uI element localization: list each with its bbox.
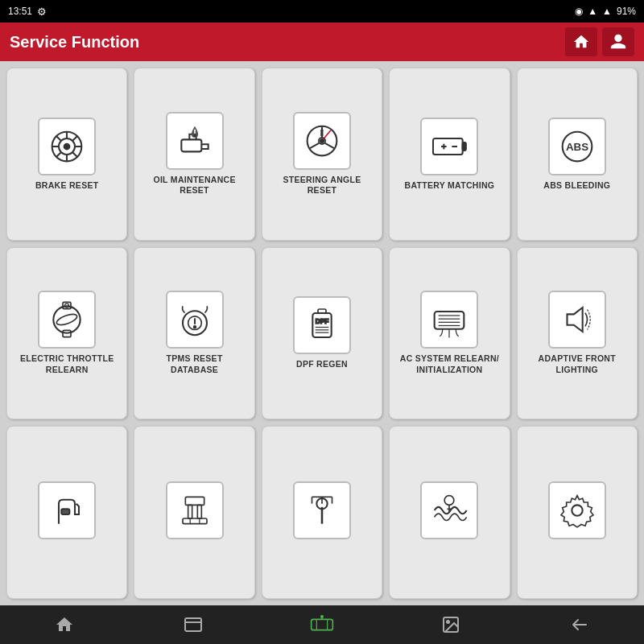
nav-home-icon bbox=[55, 615, 74, 634]
battery-display: 91% bbox=[617, 6, 636, 17]
home-icon bbox=[572, 33, 590, 51]
svg-line-8 bbox=[73, 152, 78, 157]
svg-point-66 bbox=[572, 505, 582, 515]
fuel-icon-box bbox=[38, 481, 96, 539]
gearbox-card[interactable] bbox=[262, 426, 382, 599]
steering-angle-card[interactable]: ! STEERING ANGLE RESET bbox=[262, 68, 382, 241]
gear-settings-icon-box bbox=[548, 481, 606, 539]
steering-angle-icon-box: ! bbox=[293, 112, 351, 170]
abs-icon: ABS bbox=[557, 126, 597, 167]
gearbox-icon bbox=[302, 490, 342, 530]
tpms-reset-card[interactable]: TPMS RESET DATABASE bbox=[134, 247, 254, 420]
abs-bleeding-card[interactable]: ABS ABS BLEEDING bbox=[517, 68, 638, 241]
dpf-icon-box: DPF bbox=[293, 296, 351, 354]
status-right: ◉ ▲ ▲ 91% bbox=[575, 6, 636, 17]
location-icon: ◉ bbox=[575, 6, 583, 17]
brake-reset-card[interactable]: BRAKE RESET bbox=[6, 68, 127, 241]
bottom-nav bbox=[0, 605, 644, 644]
svg-rect-53 bbox=[197, 505, 201, 518]
brake-reset-icon-box bbox=[38, 118, 96, 175]
settings-icon: ⚙ bbox=[37, 6, 47, 18]
wifi-icon: ▲ bbox=[588, 6, 597, 17]
status-left: 13:51 ⚙ bbox=[8, 6, 47, 18]
svg-line-18 bbox=[325, 143, 334, 148]
svg-rect-52 bbox=[188, 505, 192, 518]
svg-point-75 bbox=[447, 621, 449, 623]
svg-rect-67 bbox=[185, 618, 201, 631]
svg-point-73 bbox=[321, 616, 324, 618]
battery-matching-icon-box bbox=[420, 118, 478, 175]
electric-throttle-icon-box bbox=[38, 291, 96, 349]
svg-line-7 bbox=[56, 135, 61, 140]
nav-home-button[interactable] bbox=[45, 609, 84, 641]
suspension-card[interactable] bbox=[389, 426, 510, 599]
nav-image-button[interactable] bbox=[431, 609, 470, 641]
electric-throttle-label: ELECTRIC THROTTLE RELEARN bbox=[14, 353, 120, 375]
electric-throttle-card[interactable]: ELECTRIC THROTTLE RELEARN bbox=[6, 247, 127, 420]
oil-icon bbox=[175, 121, 215, 161]
svg-rect-51 bbox=[185, 497, 204, 505]
svg-line-17 bbox=[310, 143, 319, 148]
dpf-regen-label: DPF REGEN bbox=[296, 359, 348, 370]
svg-rect-50 bbox=[62, 509, 70, 514]
svg-text:DPF: DPF bbox=[316, 318, 329, 326]
suspension-icon bbox=[429, 490, 469, 530]
ac-system-card[interactable]: AC SYSTEM RELEARN/ INITIALIZATION bbox=[389, 247, 510, 420]
user-icon bbox=[609, 33, 627, 51]
svg-point-13 bbox=[194, 134, 196, 136]
abs-bleeding-label: ABS BLEEDING bbox=[543, 180, 610, 192]
battery-icon bbox=[429, 126, 469, 167]
nav-window-button[interactable] bbox=[174, 609, 213, 641]
svg-rect-44 bbox=[435, 312, 464, 329]
user-button[interactable] bbox=[602, 27, 634, 56]
battery-matching-label: BATTERY MATCHING bbox=[405, 180, 495, 192]
fuel-icon bbox=[47, 490, 87, 530]
oil-maintenance-card[interactable]: OIL MAINTENANCE RESET bbox=[134, 68, 254, 241]
oil-maintenance-icon-box bbox=[166, 112, 224, 170]
tpms-icon-box bbox=[166, 291, 224, 349]
dpf-icon: DPF bbox=[302, 305, 342, 345]
svg-text:!: ! bbox=[321, 129, 324, 137]
svg-text:ABS: ABS bbox=[566, 141, 588, 153]
adaptive-lighting-label: ADAPTIVE FRONT LIGHTING bbox=[524, 353, 630, 375]
dpf-regen-card[interactable]: DPF DPF REGEN bbox=[262, 247, 382, 420]
tpms-reset-label: TPMS RESET DATABASE bbox=[141, 353, 247, 375]
svg-point-30 bbox=[56, 312, 78, 328]
fuel-card[interactable] bbox=[6, 426, 127, 599]
page-title: Service Function bbox=[10, 33, 139, 52]
svg-rect-22 bbox=[433, 138, 463, 155]
signal-icon: ▲ bbox=[602, 6, 612, 17]
steering-icon: ! bbox=[302, 121, 342, 161]
nav-back-icon bbox=[570, 615, 589, 634]
nav-image-icon bbox=[441, 615, 460, 634]
nav-back-button[interactable] bbox=[560, 609, 599, 641]
svg-line-10 bbox=[56, 152, 61, 157]
nav-vci-button[interactable] bbox=[303, 609, 341, 641]
nav-window-icon bbox=[184, 615, 203, 634]
gearbox-icon-box bbox=[293, 481, 351, 539]
ac-icon-box bbox=[420, 291, 478, 349]
throttle-icon bbox=[47, 299, 87, 340]
svg-point-29 bbox=[54, 307, 80, 333]
battery-matching-card[interactable]: BATTERY MATCHING bbox=[389, 68, 510, 241]
svg-marker-49 bbox=[567, 308, 582, 332]
svg-point-20 bbox=[320, 139, 324, 142]
svg-rect-69 bbox=[312, 619, 333, 630]
svg-rect-43 bbox=[318, 309, 326, 313]
oil-maintenance-label: OIL MAINTENANCE RESET bbox=[141, 175, 247, 196]
home-button[interactable] bbox=[565, 27, 597, 56]
svg-rect-54 bbox=[183, 518, 207, 524]
tpms-icon bbox=[175, 299, 215, 340]
svg-rect-11 bbox=[181, 139, 201, 151]
gear-settings-icon bbox=[557, 490, 597, 530]
svg-line-9 bbox=[73, 135, 78, 140]
injector-icon bbox=[175, 490, 215, 530]
svg-point-2 bbox=[64, 143, 70, 149]
injector-card[interactable] bbox=[134, 426, 254, 599]
adaptive-front-lighting-card[interactable]: ADAPTIVE FRONT LIGHTING bbox=[517, 247, 638, 420]
svg-point-37 bbox=[193, 326, 196, 328]
header: Service Function bbox=[0, 23, 644, 61]
ac-system-label: AC SYSTEM RELEARN/ INITIALIZATION bbox=[396, 353, 502, 375]
gear-settings-card[interactable] bbox=[517, 426, 638, 599]
nav-vci-icon bbox=[310, 615, 334, 634]
